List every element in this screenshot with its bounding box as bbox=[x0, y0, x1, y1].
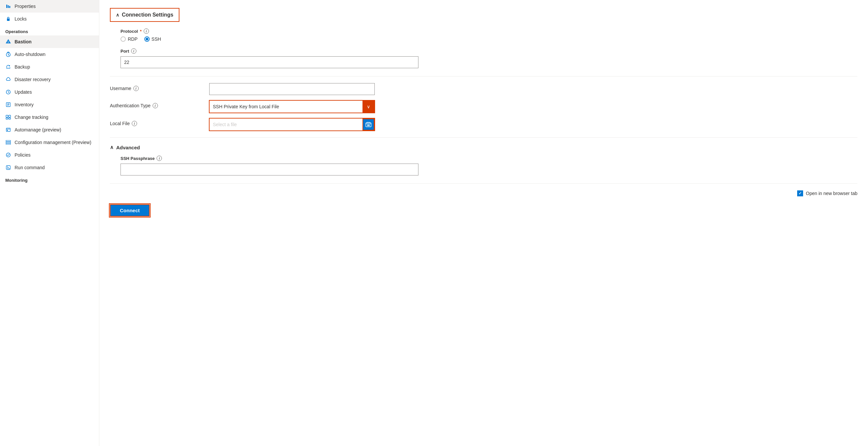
rdp-label: RDP bbox=[128, 36, 138, 42]
username-row: Username i bbox=[110, 83, 858, 95]
sidebar-item-updates[interactable]: Updates bbox=[0, 86, 99, 98]
operations-section-label: Operations bbox=[0, 25, 99, 35]
svg-rect-12 bbox=[9, 115, 10, 117]
sidebar-item-disaster-recovery-label: Disaster recovery bbox=[14, 77, 51, 82]
sidebar-item-backup[interactable]: Backup bbox=[0, 61, 99, 73]
sidebar-item-automanage-label: Automanage (preview) bbox=[14, 127, 61, 132]
ssh-passphrase-input[interactable] bbox=[121, 163, 418, 176]
disaster-icon bbox=[5, 77, 11, 83]
svg-rect-20 bbox=[6, 143, 10, 144]
sidebar-item-backup-label: Backup bbox=[14, 64, 30, 69]
required-marker: * bbox=[140, 29, 142, 34]
ssh-radio[interactable] bbox=[144, 36, 150, 42]
port-label: Port i bbox=[121, 48, 858, 54]
port-input[interactable] bbox=[121, 56, 418, 68]
protocol-radio-group: RDP SSH bbox=[121, 36, 858, 42]
sidebar-item-properties-label: Properties bbox=[14, 4, 36, 9]
local-file-control: Select a file bbox=[209, 118, 858, 131]
svg-rect-0 bbox=[6, 5, 7, 8]
sidebar: Properties Locks Operations Bastion bbox=[0, 0, 99, 446]
file-browse-button[interactable] bbox=[363, 119, 374, 130]
sidebar-item-policies[interactable]: Policies bbox=[0, 149, 99, 161]
bottom-actions: Open in new browser tab Connect bbox=[110, 190, 858, 216]
sidebar-item-automanage[interactable]: Automanage (preview) bbox=[0, 123, 99, 136]
username-control bbox=[209, 83, 858, 95]
open-new-tab-label: Open in new browser tab bbox=[806, 191, 858, 196]
divider-1 bbox=[110, 76, 858, 77]
lock-icon bbox=[5, 16, 11, 22]
protocol-rdp-option[interactable]: RDP bbox=[121, 36, 138, 42]
clock-icon bbox=[5, 51, 11, 57]
ssh-passphrase-group: SSH Passphrase i bbox=[110, 156, 858, 176]
ssh-label: SSH bbox=[152, 36, 161, 42]
change-icon bbox=[5, 114, 11, 120]
local-file-row: Local File i Select a file bbox=[110, 118, 858, 131]
sidebar-item-inventory[interactable]: Inventory bbox=[0, 98, 99, 111]
svg-rect-15 bbox=[6, 128, 10, 131]
local-file-label: Local File i bbox=[110, 118, 203, 126]
rdp-radio[interactable] bbox=[121, 36, 126, 42]
sidebar-item-locks[interactable]: Locks bbox=[0, 12, 99, 25]
sidebar-item-bastion-label: Bastion bbox=[14, 39, 31, 44]
local-file-info-icon[interactable]: i bbox=[132, 121, 137, 126]
username-label: Username i bbox=[110, 83, 203, 91]
auth-type-dropdown[interactable]: ∨ bbox=[209, 100, 375, 113]
sidebar-item-change-tracking[interactable]: Change tracking bbox=[0, 111, 99, 123]
ssh-passphrase-label: SSH Passphrase i bbox=[121, 156, 858, 161]
svg-rect-17 bbox=[7, 130, 8, 131]
svg-rect-3 bbox=[7, 19, 9, 21]
username-input[interactable] bbox=[209, 83, 375, 95]
auth-type-control: ∨ bbox=[209, 100, 858, 113]
connection-settings-title: Connection Settings bbox=[122, 12, 174, 18]
auth-type-row: Authentication Type i ∨ bbox=[110, 100, 858, 113]
svg-rect-11 bbox=[6, 115, 8, 117]
updates-icon bbox=[5, 89, 11, 95]
sidebar-item-run-command[interactable]: Run command bbox=[0, 161, 99, 174]
auth-type-info-icon[interactable]: i bbox=[153, 103, 158, 108]
sidebar-item-auto-shutdown-label: Auto-shutdown bbox=[14, 52, 45, 57]
automanage-icon bbox=[5, 127, 11, 133]
local-file-placeholder: Select a file bbox=[210, 119, 363, 130]
svg-rect-14 bbox=[9, 118, 10, 119]
sidebar-item-inventory-label: Inventory bbox=[14, 102, 34, 107]
svg-rect-25 bbox=[367, 124, 370, 126]
config-icon bbox=[5, 139, 11, 145]
sidebar-item-change-tracking-label: Change tracking bbox=[14, 115, 48, 120]
policies-icon bbox=[5, 152, 11, 158]
protocol-label: Protocol * i bbox=[121, 28, 858, 34]
connect-button[interactable]: Connect bbox=[110, 204, 150, 216]
sidebar-item-auto-shutdown[interactable]: Auto-shutdown bbox=[0, 48, 99, 61]
divider-3 bbox=[110, 183, 858, 184]
open-new-tab-checkbox[interactable] bbox=[797, 190, 803, 196]
backup-icon bbox=[5, 64, 11, 70]
run-icon bbox=[5, 165, 11, 171]
protocol-info-icon[interactable]: i bbox=[144, 28, 149, 34]
port-info-icon[interactable]: i bbox=[131, 48, 136, 54]
svg-rect-19 bbox=[6, 142, 10, 143]
sidebar-item-config-management-label: Configuration management (Preview) bbox=[14, 140, 91, 145]
divider-2 bbox=[110, 138, 858, 138]
ssh-passphrase-info-icon[interactable]: i bbox=[157, 156, 162, 161]
monitoring-section-label: Monitoring bbox=[0, 174, 99, 184]
connection-settings-header: ∧ Connection Settings bbox=[110, 8, 179, 22]
local-file-input-wrapper: Select a file bbox=[209, 118, 375, 131]
main-content: ∧ Connection Settings Protocol * i RDP S… bbox=[99, 0, 868, 446]
protocol-ssh-option[interactable]: SSH bbox=[144, 36, 161, 42]
sidebar-item-updates-label: Updates bbox=[14, 89, 32, 95]
sidebar-item-properties[interactable]: Properties bbox=[0, 0, 99, 12]
auth-type-chevron-icon[interactable]: ∨ bbox=[363, 101, 374, 113]
username-info-icon[interactable]: i bbox=[133, 86, 139, 91]
auth-type-input[interactable] bbox=[210, 101, 363, 113]
port-input-wrapper bbox=[121, 56, 418, 68]
advanced-header[interactable]: ∧ Advanced bbox=[110, 144, 858, 150]
svg-rect-18 bbox=[6, 140, 10, 141]
sidebar-item-disaster-recovery[interactable]: Disaster recovery bbox=[0, 73, 99, 86]
connect-button-wrapper: Connect bbox=[110, 204, 858, 216]
advanced-chevron-icon: ∧ bbox=[110, 144, 114, 150]
open-new-tab-row: Open in new browser tab bbox=[110, 190, 858, 196]
sidebar-item-locks-label: Locks bbox=[14, 16, 27, 22]
sidebar-item-config-management[interactable]: Configuration management (Preview) bbox=[0, 136, 99, 149]
bastion-icon bbox=[5, 39, 11, 45]
collapse-icon[interactable]: ∧ bbox=[116, 12, 119, 18]
sidebar-item-bastion[interactable]: Bastion bbox=[0, 35, 99, 48]
